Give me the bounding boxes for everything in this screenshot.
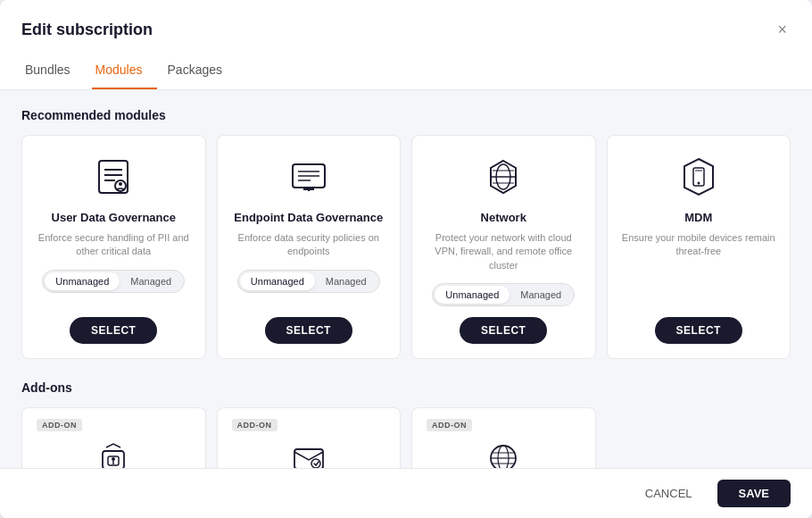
secure-web-gateway-icon <box>484 439 523 468</box>
addon-card-secure-messages: ADD-ON Secure Messages Encrypt outbound … <box>217 407 402 468</box>
toggle-edg: Unmanaged Managed <box>237 270 380 293</box>
toggle-unmanaged-edg[interactable]: Unmanaged <box>240 272 315 290</box>
svg-point-28 <box>498 446 509 468</box>
module-desc-edg: Enforce data security policies on endpoi… <box>232 231 386 259</box>
module-desc-mdm: Ensure your mobile devices remain threat… <box>622 231 776 259</box>
svg-point-19 <box>697 182 700 185</box>
endpoint-data-governance-icon <box>286 154 332 200</box>
tabs-bar: Bundles Modules Packages <box>21 55 791 89</box>
addon-card-secure-web-gateway: ADD-ON Secure Web Gateway Filter web tra… <box>411 407 596 468</box>
module-name-mdm: MDM <box>684 211 712 224</box>
select-button-mdm[interactable]: SELECT <box>655 317 742 344</box>
addon-badge-swg: ADD-ON <box>427 419 472 431</box>
svg-point-23 <box>112 457 115 461</box>
modules-grid: User Data Governance Enforce secure hand… <box>21 135 791 359</box>
module-card-network: Network Protect your network with cloud … <box>411 135 596 359</box>
toggle-managed-edg[interactable]: Managed <box>315 272 377 290</box>
addons-section-title: Add-ons <box>21 380 791 395</box>
toggle-udg: Unmanaged Managed <box>42 270 185 293</box>
modal-header: Edit subscription × Bundles Modules Pack… <box>0 0 812 90</box>
select-button-edg[interactable]: SELECT <box>265 317 352 344</box>
modal-footer: CANCEL SAVE <box>0 468 812 518</box>
tab-modules[interactable]: Modules <box>92 55 157 89</box>
select-button-udg[interactable]: SELECT <box>70 317 157 344</box>
network-icon <box>480 154 526 200</box>
toggle-managed-network[interactable]: Managed <box>510 286 572 304</box>
modal-body: Recommended modules User Data Governance <box>0 90 812 468</box>
mdm-icon <box>675 154 722 200</box>
user-data-governance-icon <box>90 154 137 200</box>
inbound-gateway-icon <box>94 439 133 468</box>
edit-subscription-modal: Edit subscription × Bundles Modules Pack… <box>0 0 812 518</box>
svg-marker-17 <box>684 159 713 195</box>
tab-bundles[interactable]: Bundles <box>21 55 85 89</box>
close-button[interactable]: × <box>774 18 791 41</box>
toggle-network: Unmanaged Managed <box>432 283 575 306</box>
toggle-unmanaged-udg[interactable]: Unmanaged <box>45 272 120 290</box>
modal-title: Edit subscription <box>21 21 153 39</box>
module-name-network: Network <box>481 211 526 224</box>
module-card-endpoint-data-governance: Endpoint Data Governance Enforce data se… <box>217 135 402 359</box>
module-name-edg: Endpoint Data Governance <box>234 211 383 224</box>
tab-packages[interactable]: Packages <box>164 55 236 89</box>
cancel-button[interactable]: CANCEL <box>631 480 707 507</box>
toggle-unmanaged-network[interactable]: Unmanaged <box>435 286 510 304</box>
module-card-mdm: MDM Ensure your mobile devices remain th… <box>607 135 791 359</box>
toggle-managed-udg[interactable]: Managed <box>120 272 182 290</box>
module-desc-udg: Enforce secure handling of PII and other… <box>37 231 191 259</box>
addon-badge-secure-msg: ADD-ON <box>232 419 278 431</box>
module-desc-network: Protect your network with cloud VPN, fir… <box>427 231 581 272</box>
addons-grid: ADD-ON Inbound Gateway Intercept inbound… <box>21 407 791 468</box>
svg-point-5 <box>119 182 122 186</box>
secure-messages-icon <box>289 439 328 468</box>
svg-point-27 <box>491 446 516 468</box>
module-card-user-data-governance: User Data Governance Enforce secure hand… <box>21 135 206 359</box>
module-name-udg: User Data Governance <box>52 211 176 224</box>
addon-badge-inbound: ADD-ON <box>37 419 82 431</box>
select-button-network[interactable]: SELECT <box>460 317 547 344</box>
recommended-section-title: Recommended modules <box>21 108 791 122</box>
svg-point-26 <box>311 459 320 468</box>
save-button[interactable]: SAVE <box>717 480 791 507</box>
addon-card-inbound-gateway: ADD-ON Inbound Gateway Intercept inbound… <box>21 407 206 468</box>
